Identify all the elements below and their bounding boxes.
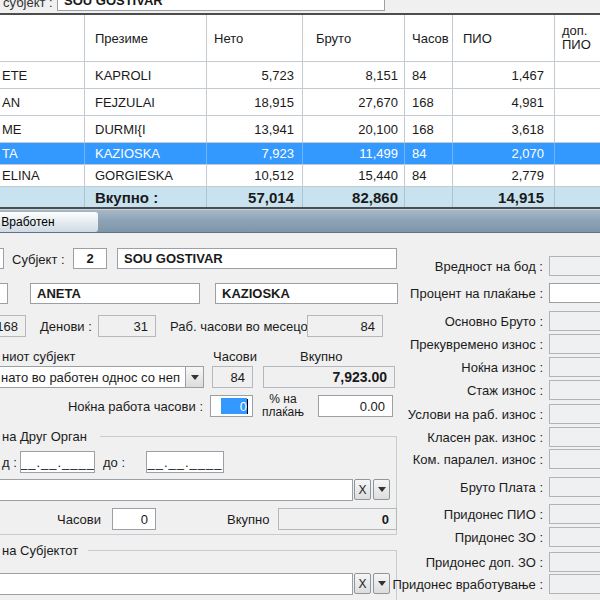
days-field: 31	[98, 315, 156, 337]
amount-field[interactable]	[549, 283, 600, 303]
amount-label: Процент на плаќање :	[311, 286, 543, 301]
other-org-total-label: Вкупно	[227, 512, 269, 527]
col-neto: Нето	[207, 15, 303, 61]
pct-label: % на плаќањ	[256, 393, 310, 419]
section-tabbar: Вработен	[0, 209, 600, 233]
work-hours-field: 84	[212, 366, 253, 388]
date-to-field[interactable]: __.__.____	[146, 451, 224, 473]
days-label: Денови :	[40, 319, 92, 334]
groupbox-border	[88, 550, 396, 551]
col-hours: Часов	[405, 15, 453, 61]
amount-label: Бруто Плата :	[311, 480, 543, 495]
other-org-combo-field[interactable]	[0, 479, 353, 501]
amount-label: Придонес доп. ЗО :	[311, 555, 543, 570]
other-org-hours-field[interactable]: 0	[112, 508, 156, 530]
amount-field	[549, 552, 600, 572]
amount-label: Придонес вработување :	[311, 577, 543, 592]
chevron-down-icon[interactable]	[185, 367, 203, 387]
table-row-selected[interactable]: TA KAZIOSKA 7,923 11,499 84 2,070	[0, 143, 600, 165]
amount-field	[549, 380, 600, 400]
amount-field	[549, 527, 600, 547]
amount-field	[549, 427, 600, 447]
table-row[interactable]: ME DURMI{I 13,941 20,100 168 3,618	[0, 116, 600, 143]
subject-code-field[interactable]: 2	[73, 248, 107, 269]
table-header-row: Презиме Нето Бруто Часов ПИО доп. ПИО	[0, 15, 600, 62]
col-bruto: Бруто	[303, 15, 405, 61]
other-org-hours-label: Часови	[57, 512, 101, 527]
amount-field	[549, 477, 600, 497]
amount-label: Ноќна износ :	[311, 360, 543, 375]
table-row[interactable]: ETE KAPROLI 5,723 8,151 84 1,467	[0, 62, 600, 89]
month-hours-label: Раб. часови во месецот :	[170, 319, 321, 334]
amount-label: Придонес ПИО :	[311, 507, 543, 522]
night-hours-field[interactable]: 0	[210, 395, 253, 417]
table-row[interactable]: AN FEJZULAI 18,915 27,670 168 4,981	[0, 89, 600, 116]
amount-label: Вредност на бод :	[311, 259, 543, 274]
total-bruto: 82,860	[303, 187, 405, 208]
cut-field-left	[0, 283, 8, 304]
col-surname: Презиме	[85, 15, 207, 61]
work-section-label: ниот субјект	[2, 349, 75, 364]
amount-field	[549, 357, 600, 377]
total-pio: 14,915	[453, 187, 555, 208]
cut-field-left	[0, 248, 4, 269]
amount-label: Класен рак. износ :	[311, 430, 543, 445]
hours-column-label: Часови	[213, 349, 257, 364]
payroll-window: субјект : SOU GOSTIVAR Презиме Нето Брут…	[0, 0, 600, 600]
amount-field	[549, 256, 600, 276]
text-cursor	[247, 399, 248, 414]
col-dop-pio: доп. ПИО	[555, 15, 600, 61]
top-subject-label: субјект :	[3, 0, 53, 10]
amount-label: Ком. паралел. износ :	[311, 452, 543, 467]
amount-field	[549, 504, 600, 524]
employee-table: Презиме Нето Бруто Часов ПИО доп. ПИО ET…	[0, 15, 600, 208]
subject-org-group-title: на Субјектот	[2, 543, 78, 558]
amount-label: Основно Бруто :	[311, 314, 543, 329]
subject-label: Субјект :	[12, 252, 65, 267]
top-subject-strip: субјект : SOU GOSTIVAR	[0, 0, 600, 13]
other-org-group-title: на Друг Орган	[2, 429, 87, 444]
amount-label: Услови на раб. износ :	[311, 407, 543, 422]
subject-org-combo-field[interactable]	[0, 573, 353, 595]
work-relation-dropdown[interactable]: нато во работен однос со неп	[0, 366, 204, 388]
amount-label: Придонес ЗО :	[311, 530, 543, 545]
amount-label: Стаж износ :	[311, 383, 543, 398]
amount-field	[549, 574, 600, 594]
amount-field	[549, 404, 600, 424]
tab-employee[interactable]: Вработен	[0, 212, 98, 232]
date-to-label: до :	[103, 455, 125, 470]
first-name-field[interactable]: ANETA	[30, 283, 200, 304]
night-work-label: Ноќна работа часови :	[0, 399, 203, 414]
amount-label: Прекувремено износ :	[311, 337, 543, 352]
cut-hours-field: 168	[0, 315, 26, 337]
total-label: Вкупно :	[85, 187, 207, 208]
total-neto: 57,014	[207, 187, 303, 208]
col-name	[0, 15, 85, 61]
date-from-field[interactable]: __.__.____	[20, 451, 95, 473]
table-total-row: Вкупно : 57,014 82,860 14,915	[0, 187, 600, 208]
amount-field	[549, 311, 600, 331]
amount-field	[549, 449, 600, 469]
top-subject-field[interactable]: SOU GOSTIVAR	[57, 0, 385, 11]
table-row[interactable]: ELINA GORGIESKA 10,512 15,440 84 2,779	[0, 165, 600, 187]
col-pio: ПИО	[453, 15, 555, 61]
amount-field	[549, 334, 600, 354]
date-from-label: д :	[2, 455, 17, 470]
